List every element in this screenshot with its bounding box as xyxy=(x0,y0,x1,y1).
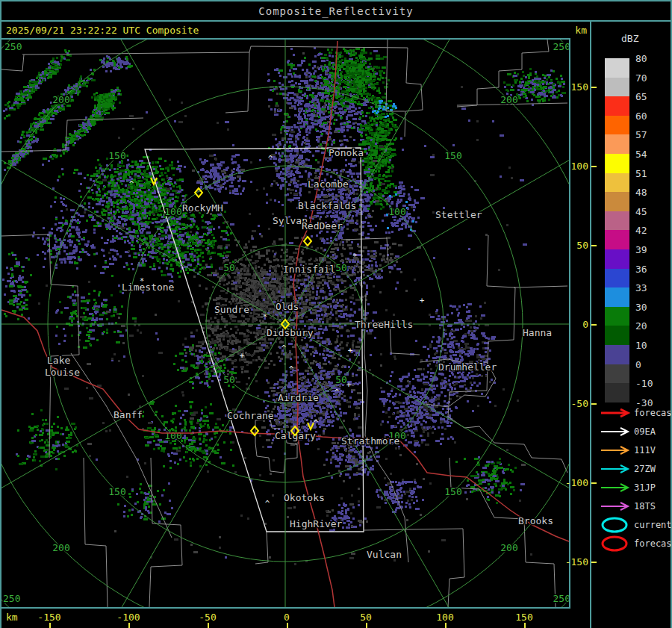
bottom-axis-tick-label: -50 xyxy=(185,612,230,623)
city-label-reddeer: RedDeer xyxy=(302,220,343,231)
ring-label: 250 xyxy=(553,593,569,604)
ring-label: 250 xyxy=(553,41,569,52)
colorbar-label: 20 xyxy=(635,320,670,332)
colorbar-label: -30 xyxy=(635,397,670,408)
city-label-didsbury: Didsbury xyxy=(267,327,314,338)
bottom-axis-tick-label: 0 xyxy=(264,612,309,623)
colorbar-swatch xyxy=(605,307,629,326)
city-label-hanna: Hanna xyxy=(523,327,552,338)
legend-label: current xyxy=(634,520,672,530)
boundary-line xyxy=(67,118,143,120)
ring-label: 50 xyxy=(223,374,235,385)
bottom-axis-tick-label: -100 xyxy=(106,612,151,623)
colorbar-label: -10 xyxy=(635,378,670,389)
111V-arrow-icon xyxy=(600,445,631,456)
city-label-louise: Louise xyxy=(45,367,80,378)
colorbar-label: 80 xyxy=(635,53,670,64)
ring-label: 200 xyxy=(52,94,69,105)
legend-label: forecast xyxy=(634,538,672,549)
ring-label: 150 xyxy=(108,486,125,497)
obs-symbol: ^ xyxy=(129,179,134,189)
ring-label: 150 xyxy=(444,486,461,497)
colorbar-swatch xyxy=(605,345,629,364)
ring-label: 100 xyxy=(164,430,181,441)
city-label-vulcan: Vulcan xyxy=(367,549,402,560)
bottom-axis-tick xyxy=(287,623,288,628)
colorbar-label: 54 xyxy=(635,149,670,160)
bottom-axis-tick xyxy=(366,623,367,628)
colorbar-label: 57 xyxy=(635,129,670,140)
ring-label: 200 xyxy=(500,542,517,553)
city-label-strathmore: Strathmore xyxy=(341,435,399,447)
city-label-okotoks: Okotoks xyxy=(284,492,325,503)
city-label-olds: Olds xyxy=(276,301,299,312)
bottom-axis-tick xyxy=(128,623,130,628)
right-axis-tick xyxy=(591,562,597,563)
right-axis-tick-label: 100 xyxy=(556,161,588,172)
window-title: Composite_Reflectivity xyxy=(258,5,413,17)
obs-symbol: * xyxy=(352,252,358,261)
27ZW-arrow-icon xyxy=(600,464,631,474)
colorbar-swatch xyxy=(605,364,629,383)
city-label-lake: Lake xyxy=(47,355,70,366)
31JP-arrow-icon xyxy=(600,482,631,493)
ring-label: 250 xyxy=(3,593,20,604)
ring-label: 150 xyxy=(444,150,461,161)
city-label-rockymh: RockyMH xyxy=(182,202,223,214)
colorbar-label: 0 xyxy=(635,359,670,370)
boundary-line xyxy=(405,48,423,137)
obs-symbol: + xyxy=(420,296,425,305)
boundary-line xyxy=(84,458,108,607)
right-axis-tick xyxy=(591,166,597,167)
colorbar-swatch xyxy=(605,249,629,269)
legend-label: 111V xyxy=(634,445,656,456)
radar-map: 5050505010010010010015015015015020020020… xyxy=(1,40,569,607)
boundary-line xyxy=(448,235,515,417)
colorbar-swatch xyxy=(605,173,629,192)
09EA-arrow-icon xyxy=(600,426,631,437)
right-axis-tick xyxy=(591,245,597,246)
colorbar-label: 42 xyxy=(635,225,670,236)
colorbar-label: 51 xyxy=(635,168,670,179)
right-axis-tick-label: 50 xyxy=(556,240,588,251)
right-axis-tick xyxy=(591,324,597,326)
city-label-blackfalds: Blackfalds xyxy=(298,200,356,211)
colorbar-swatch xyxy=(605,383,629,402)
bottom-axis-tick-label: 50 xyxy=(343,612,388,623)
obs-symbol: ^ xyxy=(268,154,273,164)
colorbar-swatch xyxy=(605,230,629,249)
ring-label: 50 xyxy=(223,262,235,273)
colorbar-swatch xyxy=(605,116,629,134)
colorbar-swatch xyxy=(605,96,629,116)
boundary-line xyxy=(1,55,24,71)
right-axis-tick-label: 150 xyxy=(556,81,588,93)
boundary-line xyxy=(1,234,79,458)
obs-symbol: ^ xyxy=(289,364,294,374)
city-label-airdrie: Airdrie xyxy=(278,392,319,403)
right-axis-tick xyxy=(591,87,597,88)
city-label-highriver: HighRiver xyxy=(290,518,343,529)
city-label-innisfail: Innisfail xyxy=(283,264,335,275)
city-label-threehills: ThreeHills xyxy=(355,319,413,330)
ring-label: 100 xyxy=(388,206,405,217)
ring-label: 200 xyxy=(500,94,517,105)
city-label-stettler: Stettler xyxy=(435,209,482,220)
colorbar-swatch xyxy=(605,58,629,78)
colorbar-label: 45 xyxy=(635,206,670,217)
city-label-brooks: Brooks xyxy=(518,515,553,526)
city-label-drumheller: Drumheller xyxy=(438,361,497,373)
city-label-lacombe: Lacombe xyxy=(308,178,349,190)
ring-label: 50 xyxy=(335,262,347,273)
colorbar-label: 10 xyxy=(635,340,670,351)
datetime-label: 2025/09/21 23:22:22 UTC Composite xyxy=(6,25,199,36)
header-divider xyxy=(0,20,672,22)
colorbar-swatch xyxy=(605,192,629,211)
bottom-axis-tick xyxy=(208,623,209,628)
obs-symbol: * xyxy=(140,276,145,286)
legend-label: 31JP xyxy=(634,482,656,493)
bottom-axis-unit: km xyxy=(6,612,18,623)
bottom-axis-tick xyxy=(49,623,51,628)
colorbar-swatch xyxy=(605,269,629,287)
right-axis-tick-label: 0 xyxy=(556,319,588,330)
colorbar-swatch xyxy=(605,326,629,345)
